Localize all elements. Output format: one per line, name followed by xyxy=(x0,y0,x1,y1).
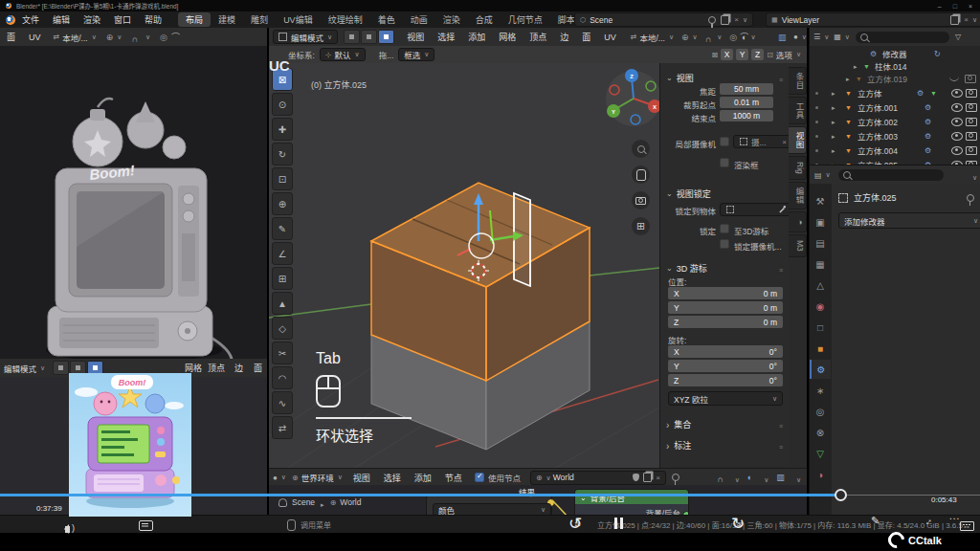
properties-tab-output[interactable]: ▤ xyxy=(810,233,831,253)
workspace-tab-modeling[interactable]: 建模 xyxy=(211,12,243,27)
cursor-loc-z-field[interactable]: Z0 m xyxy=(668,316,783,328)
local-camera-field[interactable]: 摄... × xyxy=(733,135,792,148)
add-cube-tool[interactable]: ⊞ xyxy=(272,267,293,290)
video-progress-bar[interactable] xyxy=(0,493,980,496)
cursor-rot-z-field[interactable]: Z0° xyxy=(668,374,783,386)
workspace-tab-rendering[interactable]: 渲染 xyxy=(435,12,468,27)
pause-button[interactable] xyxy=(614,518,623,529)
n-panel-tab-edit[interactable]: 编辑 xyxy=(789,182,807,209)
cursor-loc-y-field[interactable]: Y0 m xyxy=(668,301,783,314)
pin-icon[interactable] xyxy=(967,194,974,202)
local-camera-checkbox[interactable] xyxy=(720,137,729,146)
expand-icon[interactable] xyxy=(832,117,835,126)
world-datablock-field[interactable]: ⊕ World × xyxy=(530,471,666,485)
properties-tab-render[interactable]: ▣ xyxy=(810,212,831,231)
cursor-rot-y-field[interactable]: Y0° xyxy=(668,360,783,372)
menu-file[interactable]: 文件 xyxy=(15,13,46,26)
workspace-tab-uv[interactable]: UV编辑 xyxy=(276,12,321,27)
menu-face[interactable]: 面 xyxy=(0,31,22,43)
rewind-10-button[interactable]: ↺10 xyxy=(568,515,587,533)
spin-tool[interactable]: ◠ xyxy=(272,366,293,389)
pin-icon[interactable] xyxy=(672,474,679,481)
new-viewlayer-icon[interactable] xyxy=(950,15,959,25)
measure-tool[interactable]: ∠ xyxy=(272,242,293,265)
region-overlap-icon[interactable]: ▥ xyxy=(776,473,785,482)
cursor-rot-x-field[interactable]: X0° xyxy=(668,345,783,358)
snap-icon[interactable] xyxy=(131,29,138,46)
eye-icon[interactable] xyxy=(951,118,963,126)
notes-pencil-icon[interactable]: ✎ xyxy=(871,515,880,527)
forward-30-button[interactable]: ↻30 xyxy=(731,515,749,533)
menu-face2[interactable]: 面 xyxy=(247,362,269,374)
overlays-dropdown[interactable] xyxy=(760,469,768,486)
menu-window[interactable]: 窗口 xyxy=(107,13,138,26)
coord-default-dropdown[interactable]: ⊹ 默认 xyxy=(320,48,366,61)
overlays-dropdown[interactable]: ◐ xyxy=(742,33,756,42)
view-lock-section-header[interactable]: 视图锁定 xyxy=(666,185,783,202)
zoom-button[interactable] xyxy=(632,140,650,158)
orientation-dropdown[interactable]: ⇄ 本地/... xyxy=(631,32,674,43)
outliner-row-cube[interactable]: 立方体 xyxy=(810,86,980,99)
outliner-display-mode-dropdown[interactable]: ☰ xyxy=(813,33,829,41)
outliner-row-cube003[interactable]: 立方体.003 xyxy=(810,129,980,143)
eyedropper-icon[interactable] xyxy=(778,206,786,213)
filter-funnel-icon[interactable]: ▽ xyxy=(955,33,961,41)
box-select-dropdown[interactable]: 框选 xyxy=(398,48,434,61)
properties-tab-viewlayer[interactable]: ▦ xyxy=(810,254,831,274)
snap-magnet-icon[interactable] xyxy=(705,29,712,46)
vertex-select-button[interactable] xyxy=(344,30,360,44)
camera-visibility-icon[interactable] xyxy=(966,132,977,141)
collections-section-header[interactable]: 集合 xyxy=(666,415,783,432)
outliner-row-cube001[interactable]: 立方体.001 xyxy=(810,100,980,114)
shading-dropdown[interactable] xyxy=(792,469,801,486)
close-icon[interactable]: × xyxy=(734,15,739,24)
editor-type-dropdown[interactable]: ● xyxy=(273,474,286,482)
outliner-row-cube019[interactable]: 立方体.019 xyxy=(810,72,980,85)
cursor-tool[interactable]: ⊙ xyxy=(272,93,293,116)
scene-selector[interactable]: ⬡ Scene × xyxy=(574,12,753,27)
outliner-collection-dropdown[interactable]: ▦ xyxy=(834,33,850,41)
expand-icon[interactable] xyxy=(832,102,835,112)
knife-tool[interactable]: ✂ xyxy=(272,342,293,364)
workspace-tab-layout[interactable]: 布局 xyxy=(178,12,211,27)
outliner-row-modifier[interactable]: 修改器 ↻ xyxy=(810,47,980,60)
unlink-icon[interactable]: × xyxy=(656,474,660,482)
modifier-refresh-icon[interactable]: ↻ xyxy=(934,50,941,58)
face-select-button[interactable] xyxy=(378,30,394,44)
properties-tab-material[interactable]: ◑ xyxy=(810,465,831,484)
properties-tab-scene[interactable]: △ xyxy=(810,276,831,295)
eye-icon[interactable] xyxy=(951,89,963,98)
properties-tab-particles[interactable]: ∗ xyxy=(810,381,831,400)
menu-select[interactable]: 选择 xyxy=(377,472,408,484)
camera-visibility-icon[interactable] xyxy=(965,75,976,83)
menu-view[interactable]: 视图 xyxy=(400,31,431,43)
rotate-tool[interactable]: ↻ xyxy=(272,143,293,165)
n-panel-tab-rig[interactable]: Rig xyxy=(789,156,807,180)
select-mode-buttons[interactable] xyxy=(344,30,394,44)
menu-render[interactable]: 渲染 xyxy=(77,13,107,26)
orientation-dropdown[interactable]: ⇄ 本地/... xyxy=(54,32,97,43)
render-region-checkbox[interactable] xyxy=(720,158,729,167)
fake-user-shield-icon[interactable] xyxy=(633,474,639,481)
viewlayer-selector[interactable]: ▦ ViewLayer × xyxy=(766,12,980,27)
workspace-tab-compositing[interactable]: 合成 xyxy=(468,12,501,27)
snap-icon[interactable] xyxy=(717,469,724,486)
properties-tab-world[interactable]: ◉ xyxy=(810,297,831,316)
mirror-z-button[interactable]: Z xyxy=(751,49,764,60)
bevel-tool[interactable]: ◇ xyxy=(272,317,293,340)
snap-options-icon[interactable]: ⊡ xyxy=(767,51,773,59)
proportional-editing-icon[interactable]: ◎ xyxy=(160,33,167,42)
lock-camera-checkbox[interactable] xyxy=(720,239,729,249)
menu-uv[interactable]: UV xyxy=(597,33,623,42)
menu-view[interactable]: 视图 xyxy=(346,472,377,484)
menu-edit[interactable]: 编辑 xyxy=(46,13,77,26)
eye-closed-icon[interactable] xyxy=(949,77,959,81)
eye-icon[interactable] xyxy=(951,103,963,112)
properties-search-input[interactable] xyxy=(838,169,944,181)
pin-icon[interactable] xyxy=(708,16,716,24)
outliner-row-cube004[interactable]: 立方体.004 xyxy=(810,143,980,157)
expand-icon[interactable] xyxy=(832,145,835,155)
camera-visibility-icon[interactable] xyxy=(966,89,977,98)
outliner-search-input[interactable] xyxy=(856,32,949,43)
expand-icon[interactable] xyxy=(854,61,858,71)
